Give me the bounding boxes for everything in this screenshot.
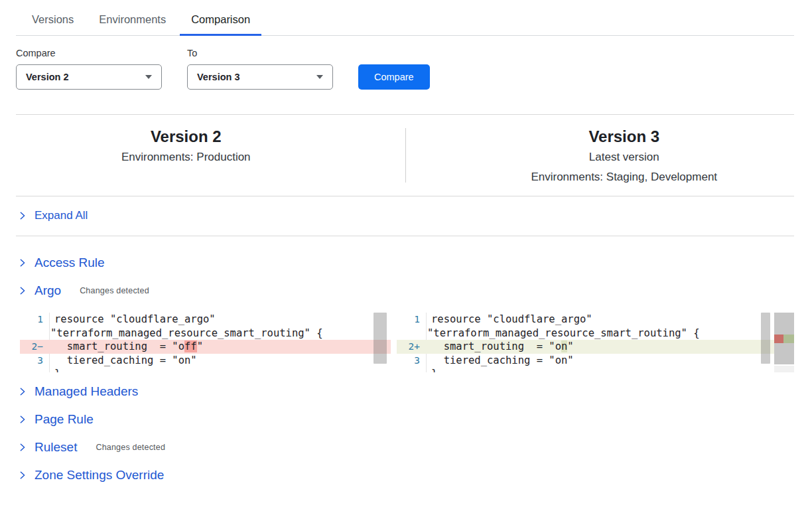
minimap-added-marker	[783, 335, 794, 343]
changes-detected-badge: Changes detected	[80, 286, 149, 295]
code-text: tiered_caching = "on"	[50, 354, 197, 368]
code-text: "terraform_managed_resource_smart_routin…	[50, 327, 323, 340]
section-argo[interactable]: Argo Changes detected	[16, 277, 794, 305]
line-number: 3	[397, 354, 427, 368]
code-segment: "	[197, 340, 203, 352]
code-segment: smart_routing = "o	[431, 340, 561, 352]
minimap[interactable]	[774, 313, 794, 364]
scrollbar-corner	[774, 366, 794, 372]
section-page-rule[interactable]: Page Rule	[16, 406, 794, 433]
diff-line: }	[20, 367, 391, 372]
version-left-title: Version 2	[16, 127, 356, 147]
version-headers: Version 2 Environments: Production Versi…	[16, 115, 794, 196]
code-text: smart_routing = "off"	[50, 340, 203, 354]
diff-line: 1resource "cloudflare_argo"	[397, 313, 794, 327]
section-label: Managed Headers	[34, 384, 138, 399]
expand-all-label: Expand All	[34, 209, 88, 222]
section-label: Page Rule	[34, 412, 94, 427]
section-ruleset[interactable]: Ruleset Changes detected	[16, 433, 794, 461]
line-number	[397, 327, 427, 340]
section-access-rule[interactable]: Access Rule	[16, 249, 794, 277]
comparison-page: Versions Environments Comparison Compare…	[0, 0, 812, 523]
minimap-removed-marker	[774, 335, 783, 343]
section-label: Ruleset	[34, 440, 77, 455]
compare-to-value: Version 3	[197, 72, 239, 82]
diff-line: 3 tiered_caching = "on"	[397, 354, 794, 368]
compare-field: Compare Version 2	[16, 48, 162, 90]
version-right-latest: Latest version	[454, 148, 795, 167]
diff-panel-right: 1resource "cloudflare_argo" "terraform_m…	[397, 313, 794, 372]
changes-detected-badge: Changes detected	[96, 443, 165, 452]
line-number: 2−	[20, 340, 50, 354]
line-number	[20, 327, 50, 340]
tab-environments[interactable]: Environments	[88, 11, 177, 35]
line-number: 1	[397, 313, 427, 327]
compare-from-value: Version 2	[26, 72, 68, 82]
diff-line-added: 2+ smart_routing = "on"	[397, 340, 794, 354]
chevron-right-icon	[18, 415, 27, 424]
vertical-scrollbar[interactable]	[373, 313, 387, 364]
chevron-right-icon	[18, 286, 27, 295]
dropdown-caret-icon	[316, 75, 323, 79]
code-text: }	[427, 367, 437, 372]
vertical-scrollbar[interactable]	[761, 313, 770, 364]
code-text: smart_routing = "on"	[427, 340, 574, 354]
expand-all-toggle[interactable]: Expand All	[16, 196, 794, 236]
section-managed-headers[interactable]: Managed Headers	[16, 378, 794, 406]
code-text: resource "cloudflare_argo"	[50, 313, 216, 327]
version-right-environments: Environments: Staging, Development	[454, 168, 795, 187]
code-text: tiered_caching = "on"	[427, 354, 574, 368]
line-number	[397, 367, 427, 372]
compare-field-label: Compare	[16, 48, 162, 58]
chevron-right-icon	[18, 443, 27, 452]
line-number	[20, 367, 50, 372]
diff-line-wrapped: "terraform_managed_resource_smart_routin…	[20, 327, 391, 340]
diff-line: 3 tiered_caching = "on"	[20, 354, 391, 368]
section-label: Argo	[34, 283, 61, 298]
code-text: "terraform_managed_resource_smart_routin…	[427, 327, 700, 340]
chevron-right-icon	[18, 211, 27, 220]
diff-line-wrapped: "terraform_managed_resource_smart_routin…	[397, 327, 794, 340]
compare-to-select[interactable]: Version 3	[187, 64, 333, 90]
code-text: }	[50, 367, 60, 372]
section-list: Access Rule Argo Changes detected 1resou…	[16, 249, 794, 489]
section-label: Access Rule	[34, 256, 105, 270]
tab-comparison[interactable]: Comparison	[180, 11, 261, 35]
line-number: 3	[20, 354, 50, 368]
dropdown-caret-icon	[145, 75, 152, 79]
to-field: To Version 3	[187, 48, 333, 90]
version-left-environments: Environments: Production	[16, 148, 356, 167]
code-text: resource "cloudflare_argo"	[427, 313, 592, 327]
code-segment: "	[567, 340, 573, 352]
code-segment: smart_routing = "o	[54, 340, 184, 352]
section-label: Zone Settings Override	[34, 468, 164, 483]
diff-line: }	[397, 367, 794, 372]
version-header-right: Version 3 Latest version Environments: S…	[406, 127, 795, 187]
tab-bar: Versions Environments Comparison	[16, 0, 794, 36]
compare-form: Compare Version 2 To Version 3 Compare	[16, 48, 794, 90]
removed-char-highlight: ff	[184, 340, 197, 352]
argo-diff: 1resource "cloudflare_argo" "terraform_m…	[20, 313, 794, 372]
line-number: 2+	[397, 340, 427, 354]
chevron-right-icon	[18, 258, 27, 267]
section-zone-settings-override[interactable]: Zone Settings Override	[16, 461, 794, 489]
divider	[16, 236, 794, 236]
version-header-left: Version 2 Environments: Production	[16, 127, 405, 187]
diff-line-removed: 2− smart_routing = "off"	[20, 340, 391, 354]
compare-from-select[interactable]: Version 2	[16, 64, 162, 90]
diff-line: 1resource "cloudflare_argo"	[20, 313, 391, 327]
diff-panel-left: 1resource "cloudflare_argo" "terraform_m…	[20, 313, 391, 372]
tab-versions[interactable]: Versions	[21, 11, 85, 35]
chevron-right-icon	[18, 387, 27, 396]
to-field-label: To	[187, 48, 333, 58]
version-right-title: Version 3	[454, 127, 795, 147]
added-char-highlight: n	[561, 340, 567, 352]
line-number: 1	[20, 313, 50, 327]
chevron-right-icon	[18, 471, 27, 480]
compare-button[interactable]: Compare	[358, 64, 430, 90]
